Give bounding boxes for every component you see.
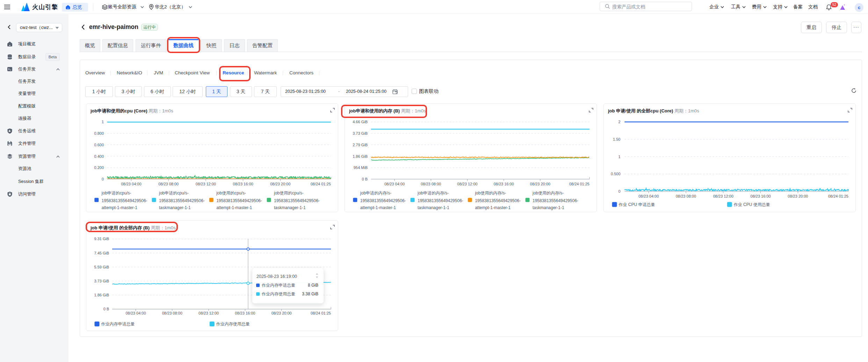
svg-text:08/23 12:00: 08/23 12:00 <box>198 311 219 315</box>
svg-text:0.200: 0.200 <box>94 165 104 170</box>
svg-text:job申请的cpu/s-: job申请的cpu/s- <box>101 191 131 195</box>
svg-text:0.500: 0.500 <box>611 172 621 176</box>
svg-text:job使用的内存/s-: job使用的内存/s- <box>532 191 564 195</box>
svg-text:job申请和使用的cpu (Core): job申请和使用的cpu (Core) <box>90 108 147 113</box>
svg-text:2.79 GiB: 2.79 GiB <box>353 143 368 147</box>
svg-text:1958381355649429506-: 1958381355649429506- <box>533 198 578 203</box>
svg-text:08/23 16:00: 08/23 16:00 <box>235 311 255 315</box>
svg-text:作业 CPU 使用总量: 作业 CPU 使用总量 <box>733 202 770 207</box>
svg-text:08/23 20:00: 08/23 20:00 <box>270 182 290 186</box>
svg-text:0 B: 0 B <box>103 307 109 311</box>
svg-text:作业内存申请总量: 作业内存申请总量 <box>101 322 135 326</box>
svg-text:0.800: 0.800 <box>94 131 104 135</box>
svg-text:9.31 GiB: 9.31 GiB <box>94 237 109 241</box>
svg-text:0: 0 <box>102 177 104 181</box>
svg-text:08/23 08:00: 08/23 08:00 <box>421 182 441 186</box>
svg-text:08/23 16:00: 08/23 16:00 <box>751 194 771 198</box>
svg-text:attempt-1-master-1: attempt-1-master-1 <box>102 205 137 210</box>
svg-text:job使用的内存/s-: job使用的内存/s- <box>475 191 506 195</box>
svg-text:2: 2 <box>618 120 620 124</box>
svg-text:08/23 08:00: 08/23 08:00 <box>162 311 182 315</box>
svg-text:0: 0 <box>618 189 620 193</box>
svg-text:attempt-1-master-1: attempt-1-master-1 <box>475 205 511 210</box>
svg-text:8 GiB: 8 GiB <box>308 283 318 288</box>
svg-text:作业 CPU 申请总量: 作业 CPU 申请总量 <box>619 202 655 207</box>
svg-text:0 B: 0 B <box>362 177 368 181</box>
svg-text:1.86 GiB: 1.86 GiB <box>353 154 368 158</box>
svg-text:08/23 16:00: 08/23 16:00 <box>233 182 253 186</box>
svg-text:08/23 20:00: 08/23 20:00 <box>788 194 808 198</box>
svg-text:taskmanager-1-1: taskmanager-1-1 <box>533 205 564 210</box>
svg-text:2025-08-23 16:19:00: 2025-08-23 16:19:00 <box>256 274 297 279</box>
svg-text:1.86 GiB: 1.86 GiB <box>94 293 109 297</box>
svg-text:08/23 04:00: 08/23 04:00 <box>121 182 141 186</box>
svg-text:08/23 20:00: 08/23 20:00 <box>272 311 292 315</box>
svg-text:taskmanager-1-1: taskmanager-1-1 <box>418 205 449 210</box>
svg-text:job使用的cpu/s-: job使用的cpu/s- <box>274 191 304 195</box>
svg-text:08/23 04:00: 08/23 04:00 <box>638 194 659 198</box>
svg-text:3.73 GiB: 3.73 GiB <box>353 131 368 135</box>
svg-text:08/23 08:00: 08/23 08:00 <box>676 194 696 198</box>
svg-text:job申请的内存/s-: job申请的内存/s- <box>360 191 391 195</box>
svg-text:job使用的cpu/s-: job使用的cpu/s- <box>216 191 246 195</box>
svg-text:1958381355649429506-: 1958381355649429506- <box>159 198 205 203</box>
svg-text:08/24 01:25: 08/24 01:25 <box>311 182 331 186</box>
svg-text:3.38 GiB: 3.38 GiB <box>302 291 318 296</box>
svg-text:08/24 01:25: 08/24 01:25 <box>569 182 589 186</box>
svg-text:08/23 08:00: 08/23 08:00 <box>158 182 179 186</box>
svg-text:0.400: 0.400 <box>94 154 104 158</box>
svg-text:954 MiB: 954 MiB <box>354 165 368 170</box>
svg-text:attempt-1-master-1: attempt-1-master-1 <box>360 205 396 210</box>
svg-text:作业内存使用总量: 作业内存使用总量 <box>261 291 295 296</box>
svg-text:1: 1 <box>618 155 620 159</box>
svg-text:08/23 12:00: 08/23 12:00 <box>713 194 733 198</box>
svg-text:attempt-1-master-1: attempt-1-master-1 <box>216 205 252 210</box>
svg-text:周期：1m0s: 周期：1m0s <box>149 108 173 113</box>
svg-text:job 申请/使用 的全部cpu (Core): job 申请/使用 的全部cpu (Core) <box>608 108 673 113</box>
svg-text:08/23 20:00: 08/23 20:00 <box>530 182 550 186</box>
svg-text:08/23 04:00: 08/23 04:00 <box>384 182 405 186</box>
svg-text:1958381355649429506-: 1958381355649429506- <box>102 198 147 203</box>
svg-text:1958381355649429506-: 1958381355649429506- <box>274 198 320 203</box>
svg-text:1.50: 1.50 <box>613 137 620 141</box>
svg-text:job申请的cpu/s-: job申请的cpu/s- <box>159 191 189 195</box>
svg-text:08/24 01:25: 08/24 01:25 <box>828 194 848 198</box>
svg-text:1958381355649429506-: 1958381355649429506- <box>418 198 463 203</box>
svg-text:1: 1 <box>102 120 104 124</box>
svg-text:1958381355649429506-: 1958381355649429506- <box>216 198 262 203</box>
svg-text:4.66 GiB: 4.66 GiB <box>353 120 368 124</box>
svg-text:1958381355649429506-: 1958381355649429506- <box>360 198 406 203</box>
svg-text:5.59 GiB: 5.59 GiB <box>94 265 109 269</box>
svg-text:1958381355649429506-: 1958381355649429506- <box>475 198 521 203</box>
svg-text:作业内存申请总量: 作业内存申请总量 <box>261 283 295 288</box>
svg-text:taskmanager-1-1: taskmanager-1-1 <box>274 205 306 210</box>
svg-text:3.73 GiB: 3.73 GiB <box>94 279 109 283</box>
svg-text:作业内存使用总量: 作业内存使用总量 <box>216 322 250 326</box>
svg-text:0.600: 0.600 <box>94 143 104 147</box>
svg-text:job申请的内存/s-: job申请的内存/s- <box>417 191 449 195</box>
svg-text:08/23 12:00: 08/23 12:00 <box>457 182 477 186</box>
svg-text:08/23 04:00: 08/23 04:00 <box>125 311 146 315</box>
svg-text:08/24 01:25: 08/24 01:25 <box>311 311 331 315</box>
svg-text:7.45 GiB: 7.45 GiB <box>94 251 109 255</box>
svg-text:taskmanager-1-1: taskmanager-1-1 <box>159 205 191 210</box>
svg-text:周期：1m0s: 周期：1m0s <box>674 108 699 113</box>
svg-text:08/23 12:00: 08/23 12:00 <box>196 182 216 186</box>
svg-text:08/23 16:00: 08/23 16:00 <box>494 182 514 186</box>
